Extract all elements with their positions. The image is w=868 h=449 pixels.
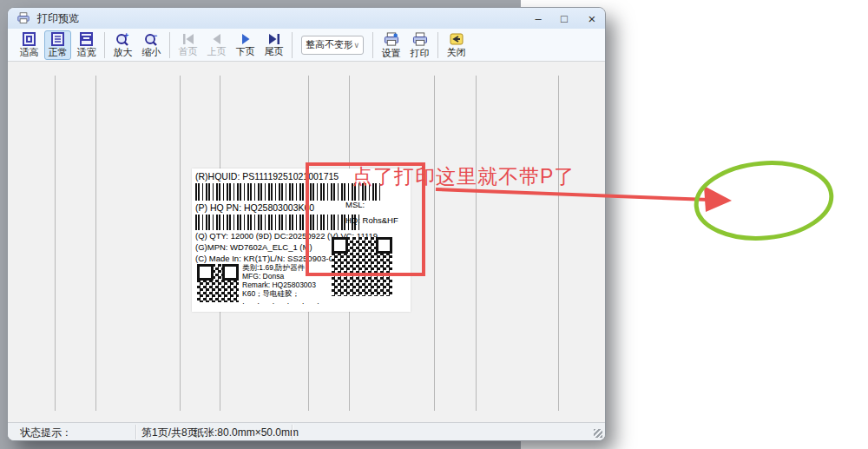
first-page-button[interactable]: 首页 — [174, 30, 201, 60]
screen: HQ: Rohs&HF 00 (9D) DC:20250922 (V) VC: … — [0, 0, 868, 449]
first-page-icon — [181, 33, 195, 45]
chevron-down-icon: ∨ — [353, 41, 359, 50]
last-page-icon — [267, 33, 281, 45]
page-guide-line — [180, 76, 181, 411]
toolbar-separator — [169, 32, 170, 58]
normal-zoom-icon — [50, 32, 65, 46]
resize-grip[interactable] — [594, 429, 602, 438]
print-settings-button[interactable]: 设置 — [378, 30, 404, 60]
fit-width-icon — [79, 32, 94, 46]
zoom-in-button[interactable]: + 放大 — [109, 30, 136, 60]
label-msl: MSL: — [345, 200, 365, 209]
statusbar-separator — [135, 425, 136, 439]
barcode — [195, 215, 360, 230]
print-preview-window: 打印预览 – □ × 适高 正常 适宽 + 放大 − — [7, 7, 606, 441]
zoom-out-button[interactable]: − 缩小 — [138, 30, 165, 60]
normal-zoom-button[interactable]: 正常 — [44, 30, 71, 60]
toolbar-separator — [437, 32, 438, 58]
status-hint: 状态提示： — [20, 426, 72, 440]
printer-icon — [411, 32, 429, 47]
zoom-out-icon: − — [144, 32, 160, 46]
prev-page-icon — [210, 33, 224, 45]
fit-height-button[interactable]: 适高 — [16, 30, 43, 60]
fit-width-button[interactable]: 适宽 — [73, 30, 100, 60]
minimize-button[interactable]: – — [525, 8, 551, 29]
label-made-in: (C) Made In: KR(1T)L/N: SS250903-04 — [195, 254, 338, 263]
last-page-button[interactable]: 尾页 — [260, 30, 287, 60]
close-button[interactable]: × — [579, 8, 605, 29]
preview-canvas: (R)HQUID: PS11119251021001715 (P) HQ PN:… — [9, 62, 605, 423]
zoom-in-icon: + — [115, 32, 131, 46]
svg-text:+: + — [124, 32, 128, 40]
toolbar-separator — [292, 32, 293, 58]
print-button[interactable]: 打印 — [406, 30, 433, 60]
label-dots: · · · · · · — [242, 299, 325, 307]
qr-code — [197, 264, 239, 302]
barcode — [195, 183, 383, 201]
label-hquid: (R)HQUID: PS11119251021001715 — [195, 171, 339, 182]
statusbar-separator — [292, 425, 293, 439]
shipping-label-preview: (R)HQUID: PS11119251021001715 (P) HQ PN:… — [192, 168, 411, 312]
toolbar-separator — [372, 32, 373, 58]
page-guide-line — [95, 76, 96, 411]
label-remark: Remark: HQ25803003 — [242, 281, 316, 289]
page-guide-line — [434, 76, 435, 411]
svg-text:−: − — [153, 32, 157, 40]
toolbar-separator — [104, 32, 105, 58]
paper-size: 纸张:80.0mm×50.0mm — [194, 426, 299, 440]
label-hq: HQ: Rohs&HF — [345, 215, 398, 225]
window-title: 打印预览 — [37, 11, 79, 26]
page-guide-line — [476, 76, 477, 411]
printer-icon — [16, 12, 30, 24]
toolbar: 适高 正常 适宽 + 放大 − 缩小 首页 — [8, 29, 605, 62]
close-preview-button[interactable]: 关闭 — [443, 30, 470, 60]
next-page-icon — [239, 33, 253, 45]
label-pn: (P) HQ PN: HQ25803003K60 — [195, 202, 314, 213]
page-indicator: 第1页/共8页 — [141, 426, 198, 440]
maximize-button[interactable]: □ — [551, 8, 577, 29]
exit-icon — [449, 32, 464, 46]
prev-page-button[interactable]: 上页 — [203, 30, 230, 60]
next-page-button[interactable]: 下页 — [232, 30, 259, 60]
label-mfg: MFG: Donsa — [242, 272, 284, 281]
page-guide-line — [558, 76, 559, 411]
scale-mode-select[interactable]: 整高不变形 ∨ — [301, 36, 364, 55]
printer-settings-icon — [383, 32, 400, 47]
label-mpn: (G)MPN: WD7602A_ELC_1 (M) — [195, 242, 312, 252]
page-guide-line — [55, 76, 56, 411]
qr-code — [332, 237, 392, 296]
statusbar: 状态提示： 第1页/共8页 纸张:80.0mm×50.0mm — [8, 422, 605, 440]
fit-height-icon — [22, 32, 36, 46]
titlebar: 打印预览 – □ × — [8, 8, 605, 29]
